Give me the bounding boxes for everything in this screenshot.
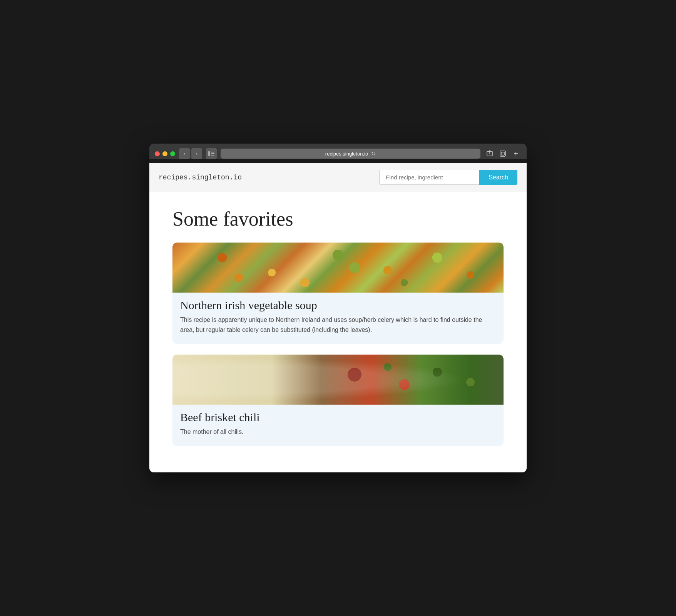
nav-buttons: ‹ ›: [179, 148, 202, 159]
back-button[interactable]: ‹: [179, 148, 190, 159]
recipe-image-chili: [172, 355, 504, 405]
maximize-button[interactable]: [170, 151, 175, 156]
chrome-actions: +: [484, 148, 521, 159]
close-button[interactable]: [155, 151, 160, 156]
address-bar[interactable]: recipes.singleton.io ↻: [221, 149, 480, 159]
reload-icon: ↻: [371, 151, 376, 157]
share-button[interactable]: [484, 148, 495, 159]
website-content: recipes.singleton.io Search Some favorit…: [149, 163, 527, 472]
sidebar-button[interactable]: [206, 148, 217, 159]
search-form: Search: [379, 170, 517, 185]
browser-chrome: ‹ › recipes.singleton.io ↻: [149, 144, 527, 159]
recipe-card-chili[interactable]: Beef brisket chili The mother of all chi…: [172, 355, 504, 446]
traffic-lights: [155, 151, 175, 156]
soup-image: [172, 243, 504, 293]
site-header: recipes.singleton.io Search: [149, 163, 527, 192]
recipe-description-soup: This recipe is apparently unique to Nort…: [172, 315, 504, 335]
svg-rect-1: [211, 152, 214, 152]
site-logo: recipes.singleton.io: [159, 174, 242, 181]
minimize-button[interactable]: [162, 151, 167, 156]
svg-rect-3: [211, 155, 214, 156]
address-text: recipes.singleton.io: [325, 151, 368, 157]
search-button[interactable]: Search: [479, 170, 517, 185]
svg-rect-6: [501, 152, 504, 155]
main-content: Some favorites Northern irish vegetable …: [149, 192, 527, 472]
svg-rect-0: [208, 151, 210, 156]
search-input[interactable]: [379, 170, 479, 185]
svg-rect-5: [500, 151, 505, 156]
browser-window: ‹ › recipes.singleton.io ↻: [149, 144, 527, 472]
recipe-image-soup: [172, 243, 504, 293]
forward-button[interactable]: ›: [191, 148, 202, 159]
chili-image: [172, 355, 504, 405]
recipe-title-chili: Beef brisket chili: [172, 405, 504, 427]
svg-rect-2: [211, 153, 214, 154]
recipe-card-soup[interactable]: Northern irish vegetable soup This recip…: [172, 243, 504, 344]
recipe-description-chili: The mother of all chilis.: [172, 427, 504, 437]
tabs-button[interactable]: [497, 148, 508, 159]
new-tab-button[interactable]: +: [510, 148, 521, 159]
recipe-title-soup: Northern irish vegetable soup: [172, 293, 504, 315]
page-title: Some favorites: [172, 208, 504, 230]
